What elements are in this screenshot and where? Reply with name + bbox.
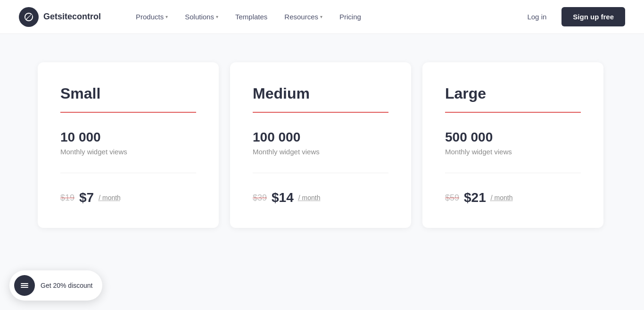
plan-name-small: Small (60, 85, 196, 102)
discount-widget[interactable]: Get 20% discount (9, 270, 102, 301)
plan-name-medium: Medium (253, 85, 388, 102)
pricing-card-large: Large 500 000 Monthly widget views $59 $… (422, 62, 603, 228)
divider-medium (253, 112, 388, 113)
nav-products[interactable]: Products ▾ (129, 9, 174, 25)
chevron-down-icon: ▾ (165, 14, 168, 19)
signup-button[interactable]: Sign up free (561, 7, 625, 26)
nav-resources[interactable]: Resources ▾ (278, 9, 329, 25)
discount-text: Get 20% discount (41, 282, 93, 289)
current-price-large: $21 (464, 190, 486, 205)
divider-light-large (445, 173, 581, 173)
original-price-medium: $39 (253, 193, 267, 203)
plan-views-label-large: Monthly widget views (445, 148, 581, 156)
pricing-grid: Small 10 000 Monthly widget views $19 $7… (38, 62, 603, 228)
divider-light-medium (253, 173, 388, 173)
per-month-small: / month (99, 194, 121, 201)
chevron-down-icon: ▾ (320, 14, 322, 19)
logo-icon (19, 7, 39, 27)
navbar: Getsitecontrol Products ▾ Solutions ▾ Te… (0, 0, 644, 34)
current-price-medium: $14 (272, 190, 294, 205)
main-content: Small 10 000 Monthly widget views $19 $7… (0, 34, 644, 256)
nav-solutions[interactable]: Solutions ▾ (178, 9, 225, 25)
nav-templates[interactable]: Templates (229, 9, 274, 25)
plan-views-medium: 100 000 (253, 130, 388, 145)
plan-views-large: 500 000 (445, 130, 581, 145)
per-month-medium: / month (298, 194, 321, 201)
navbar-actions: Log in Sign up free (520, 7, 625, 26)
pricing-card-small: Small 10 000 Monthly widget views $19 $7… (38, 62, 219, 228)
nav-pricing[interactable]: Pricing (333, 9, 368, 25)
per-month-large: / month (491, 194, 513, 201)
original-price-small: $19 (60, 193, 74, 203)
plan-pricing-large: $59 $21 / month (445, 190, 581, 205)
current-price-small: $7 (79, 190, 94, 205)
svg-rect-2 (21, 287, 28, 288)
divider-light-small (60, 173, 196, 173)
original-price-large: $59 (445, 193, 459, 203)
brand-name: Getsitecontrol (43, 12, 101, 22)
svg-rect-0 (21, 283, 28, 284)
logo-link[interactable]: Getsitecontrol (19, 7, 101, 27)
plan-views-label-medium: Monthly widget views (253, 148, 388, 156)
widget-icon (14, 275, 35, 296)
plan-pricing-small: $19 $7 / month (60, 190, 196, 205)
login-button[interactable]: Log in (520, 9, 554, 25)
nav-menu: Products ▾ Solutions ▾ Templates Resourc… (129, 9, 520, 25)
pricing-card-medium: Medium 100 000 Monthly widget views $39 … (230, 62, 411, 228)
plan-pricing-medium: $39 $14 / month (253, 190, 388, 205)
chevron-down-icon: ▾ (216, 14, 218, 19)
divider-large (445, 112, 581, 113)
divider-small (60, 112, 196, 113)
plan-views-label-small: Monthly widget views (60, 148, 196, 156)
plan-views-small: 10 000 (60, 130, 196, 145)
plan-name-large: Large (445, 85, 581, 102)
svg-rect-1 (21, 285, 28, 286)
